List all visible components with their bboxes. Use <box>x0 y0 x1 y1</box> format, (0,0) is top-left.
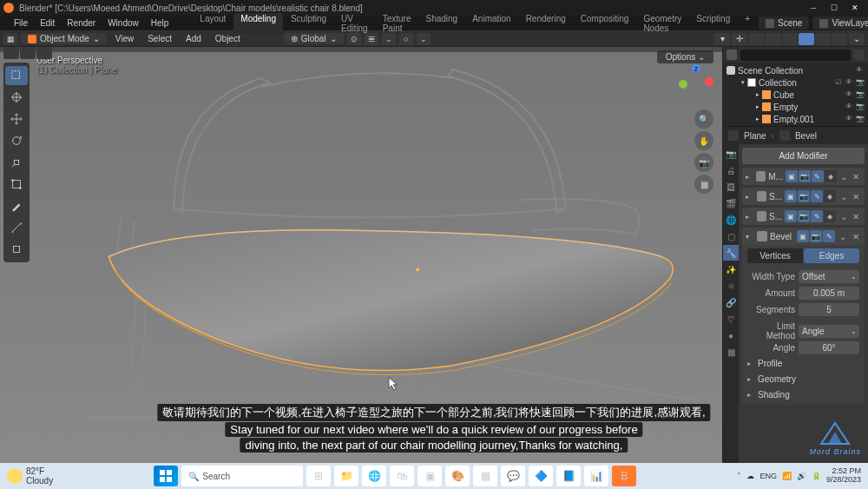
mod-render-toggle[interactable]: 📷 <box>799 170 811 182</box>
mesh-tab-icon[interactable]: ▽ <box>723 311 739 327</box>
tab-sculpting[interactable]: Sculpting <box>284 13 333 34</box>
cursor-tool[interactable] <box>5 88 28 107</box>
taskbar-blender[interactable]: B <box>612 466 636 486</box>
taskbar-app[interactable]: 💬 <box>501 466 525 486</box>
tree-item-empty[interactable]: ▸ Empty 👁📷 <box>723 101 868 113</box>
taskbar-edge[interactable]: 🌐 <box>362 466 386 486</box>
tab-compositing[interactable]: Compositing <box>574 13 636 34</box>
expand-icon[interactable]: ▸ <box>756 91 760 98</box>
tree-item-cube[interactable]: ▸ Cube 👁📷 <box>723 89 868 101</box>
move-tool[interactable] <box>5 109 28 129</box>
annotate-tool[interactable] <box>5 196 28 215</box>
texture-tab-icon[interactable]: ▦ <box>723 344 739 360</box>
orientation-selector[interactable]: ⊕ Global ⌄ <box>284 33 344 44</box>
mod-editmode-toggle[interactable]: ✎ <box>811 210 823 222</box>
rendered-shading-icon[interactable] <box>832 33 847 45</box>
modifier-header[interactable]: ▸ M... ▣ 📷 ✎ ◈ ⌄ ✕ <box>742 168 865 185</box>
taskbar-app[interactable]: 📊 <box>584 466 608 486</box>
minimize-button[interactable]: ─ <box>804 2 823 14</box>
mod-realtime-toggle[interactable]: ▣ <box>785 210 797 222</box>
mod-menu-icon[interactable]: ⌄ <box>838 232 848 241</box>
menu-edit[interactable]: Edit <box>35 17 60 29</box>
output-tab-icon[interactable]: 🖨 <box>723 162 739 178</box>
menu-add[interactable]: Add <box>181 33 207 44</box>
3d-viewport[interactable]: User Perspective (1) Collection | Plane … <box>0 47 722 475</box>
mod-menu-icon[interactable]: ⌄ <box>838 192 848 202</box>
perspective-toggle-icon[interactable]: ▦ <box>694 175 713 194</box>
taskbar-app[interactable]: ▦ <box>473 466 497 486</box>
zoom-icon[interactable]: 🔍 <box>694 109 713 129</box>
tab-layout[interactable]: Layout <box>193 13 233 34</box>
mod-render-toggle[interactable]: 📷 <box>798 210 810 222</box>
eye-icon[interactable]: 👁 <box>845 78 854 87</box>
axis-x-icon[interactable] <box>705 77 713 86</box>
select-box-tool[interactable] <box>5 66 28 85</box>
checkbox-icon[interactable]: ☑ <box>835 78 844 87</box>
viewport-options-dropdown[interactable]: Options ⌄ <box>657 50 713 63</box>
axis-z-icon[interactable]: Z <box>692 64 700 73</box>
select-mode-3[interactable] <box>36 47 52 59</box>
transform-tool[interactable] <box>5 175 28 194</box>
mod-realtime-toggle[interactable]: ▣ <box>786 170 798 182</box>
rotate-tool[interactable] <box>5 131 28 150</box>
tab-animation[interactable]: Animation <box>465 13 517 34</box>
solid-shading-icon[interactable] <box>799 33 814 45</box>
taskbar-weather[interactable]: 82°F Cloudy <box>7 466 53 486</box>
select-mode-1[interactable] <box>3 47 19 59</box>
scene-tab-icon[interactable]: 🎬 <box>723 195 739 211</box>
taskbar-store[interactable]: 🛍 <box>390 466 414 486</box>
mod-editmode-toggle[interactable]: ✎ <box>812 170 824 182</box>
scene-collection-item[interactable]: Scene Collection 👁 <box>723 64 868 76</box>
tree-item-empty001[interactable]: ▸ Empty.001 👁📷 <box>723 113 868 125</box>
tray-volume-icon[interactable]: 🔊 <box>797 472 806 480</box>
menu-select[interactable]: Select <box>142 33 177 44</box>
bevel-edges-tab[interactable]: Edges <box>804 248 859 263</box>
viewlayer-tab-icon[interactable]: 🖼 <box>723 179 739 195</box>
taskbar-task-view[interactable]: ⊞ <box>306 466 331 486</box>
pan-icon[interactable]: ✋ <box>694 131 713 150</box>
expand-icon[interactable]: ▾ <box>741 79 745 86</box>
modifier-tab-icon[interactable]: 🔧 <box>723 245 739 261</box>
tray-language-icon[interactable]: ENG <box>760 472 777 480</box>
breadcrumb-modifier[interactable]: Bevel <box>795 131 817 141</box>
expand-icon[interactable]: ▸ <box>756 116 760 122</box>
menu-object[interactable]: Object <box>210 33 246 44</box>
render-tab-icon[interactable]: 📷 <box>723 146 739 162</box>
taskbar-app[interactable]: ▣ <box>418 466 442 486</box>
modifier-header[interactable]: ▸ S... ▣ 📷 ✎ ◈ ⌄ ✕ <box>742 208 865 225</box>
expand-icon[interactable]: ▸ <box>756 103 760 110</box>
close-button[interactable]: ✕ <box>845 2 865 14</box>
angle-input[interactable]: 60° <box>799 341 859 354</box>
particle-tab-icon[interactable]: ✨ <box>723 261 739 277</box>
tab-uv-editing[interactable]: UV Editing <box>334 13 375 34</box>
tab-modeling[interactable]: Modeling <box>233 13 283 34</box>
mod-delete-icon[interactable]: ✕ <box>851 232 861 241</box>
mod-cage-toggle[interactable]: ◈ <box>825 170 837 182</box>
mode-selector[interactable]: Object Mode ⌄ <box>21 33 107 44</box>
mod-delete-icon[interactable]: ✕ <box>852 212 861 221</box>
bevel-vertices-tab[interactable]: Vertices <box>747 248 803 263</box>
mod-realtime-toggle[interactable]: ▣ <box>785 190 797 202</box>
mod-menu-icon[interactable]: ⌄ <box>839 172 849 182</box>
proportional-edit-icon[interactable]: ○ <box>399 33 413 45</box>
mod-realtime-toggle[interactable]: ▣ <box>797 230 809 242</box>
material-tab-icon[interactable]: ● <box>723 327 739 343</box>
taskbar-search[interactable]: 🔍 Search <box>181 466 303 486</box>
viewlayer-selector[interactable]: ViewLayer <box>812 17 868 30</box>
menu-help[interactable]: Help <box>146 17 174 29</box>
segments-input[interactable]: 5 <box>799 303 859 316</box>
mod-editmode-toggle[interactable]: ✎ <box>811 190 823 202</box>
pivot-icon[interactable]: ⊙ <box>347 33 361 45</box>
eye-icon[interactable]: 👁 <box>845 90 854 99</box>
xray-toggle-icon[interactable] <box>766 33 781 45</box>
camera-view-icon[interactable]: 📷 <box>694 153 713 172</box>
material-preview-icon[interactable] <box>815 33 831 45</box>
menu-view[interactable]: View <box>110 33 140 44</box>
tab-scripting[interactable]: Scripting <box>689 13 737 34</box>
physics-tab-icon[interactable]: ⚛ <box>723 278 739 294</box>
mod-menu-icon[interactable]: ⌄ <box>838 212 848 221</box>
gizmo-icon[interactable]: ✛ <box>732 33 747 45</box>
shading-dropdown-icon[interactable]: ⌄ <box>849 33 865 45</box>
tray-onedrive-icon[interactable]: ☁ <box>746 472 754 480</box>
menu-file[interactable]: File <box>9 17 33 29</box>
